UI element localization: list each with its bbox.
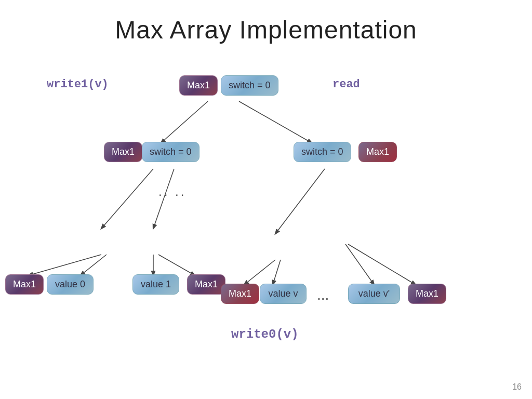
svg-line-0 (161, 101, 208, 143)
left-switch-node: switch = 0 (142, 142, 200, 162)
rr-value-node: value v' (348, 284, 400, 304)
root-switch-node: switch = 0 (221, 75, 278, 96)
page-title: Max Array Implementation (0, 0, 532, 44)
svg-line-2 (101, 169, 153, 229)
left-max-node: Max1 (104, 142, 142, 162)
page-number: 16 (512, 382, 522, 392)
svg-line-10 (273, 260, 281, 285)
lr-max-node: Max1 (187, 274, 225, 295)
lr-value-node: value 1 (132, 274, 179, 295)
svg-line-9 (244, 260, 275, 285)
svg-line-4 (275, 169, 325, 234)
read-label: read (332, 78, 360, 91)
svg-line-6 (81, 255, 107, 275)
diagram: write1(v) read Max1 switch = 0 Max1 swit… (0, 68, 532, 390)
svg-line-12 (348, 244, 416, 285)
svg-line-5 (29, 255, 101, 275)
right-max-node: Max1 (358, 142, 397, 162)
write0-label: write0(v) (231, 327, 299, 341)
root-max-node: Max1 (179, 75, 218, 96)
rl-max-node: Max1 (221, 284, 259, 304)
rl-value-node: value v (260, 284, 307, 304)
rr-max-node: Max1 (408, 284, 446, 304)
ll-max-node: Max1 (5, 274, 44, 295)
svg-line-11 (345, 244, 374, 285)
svg-line-1 (239, 101, 312, 143)
ll-value-node: value 0 (47, 274, 94, 295)
write1-label: write1(v) (47, 78, 109, 91)
left-dots: ·· ·· (158, 187, 186, 202)
center-ellipsis: ··· (317, 290, 329, 307)
arrows-svg (0, 68, 532, 390)
svg-line-8 (158, 255, 195, 275)
right-switch-node: switch = 0 (294, 142, 351, 162)
